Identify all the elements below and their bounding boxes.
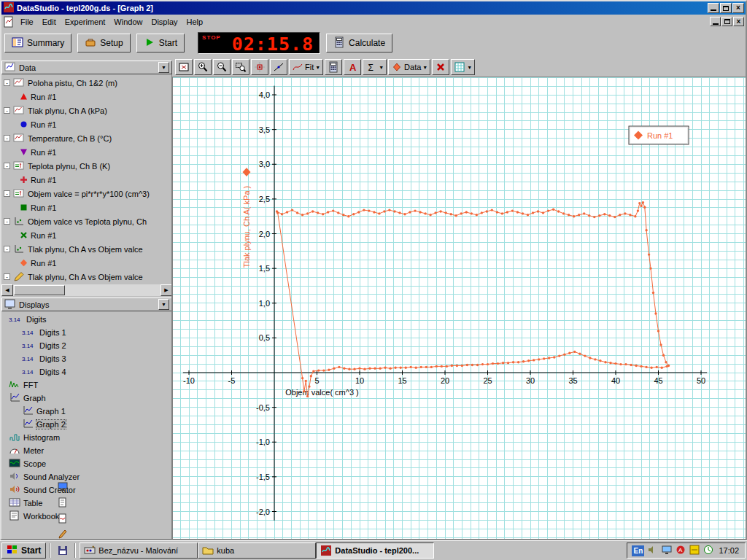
- display-item[interactable]: Workbook: [1, 510, 172, 523]
- zoom-in-button[interactable]: [194, 59, 212, 75]
- display-item[interactable]: Sound Analyzer: [1, 470, 172, 483]
- task-button-3[interactable]: DataStudio - tepl200...: [316, 542, 434, 559]
- mdi-minimize-button[interactable]: [710, 17, 721, 26]
- data-source-item[interactable]: -Objem valce vs Teplota plynu, Ch: [1, 214, 172, 228]
- display-subitem[interactable]: 3.14Digits 1: [1, 326, 172, 339]
- display-subitem[interactable]: 3.14Digits 3: [1, 352, 172, 365]
- menu-window[interactable]: Window: [109, 16, 147, 28]
- run-item[interactable]: Run #1: [1, 256, 172, 270]
- restore-button[interactable]: [720, 3, 732, 13]
- graph-settings-menu-button[interactable]: ▼: [451, 59, 475, 75]
- data-panel-menu-button[interactable]: ▼: [158, 62, 169, 73]
- menu-edit[interactable]: Edit: [38, 16, 61, 28]
- expand-toggle[interactable]: -: [4, 273, 10, 280]
- quick-launch-3[interactable]: [55, 510, 71, 526]
- start-menu-button[interactable]: Start: [1, 542, 46, 559]
- scale-to-fit-button[interactable]: [175, 59, 193, 75]
- display-item[interactable]: Graph: [1, 392, 172, 405]
- expand-toggle[interactable]: -: [4, 163, 10, 169]
- fit-menu-button[interactable]: Fit▼: [289, 59, 323, 75]
- display-item[interactable]: Scope: [1, 457, 172, 470]
- display-subitem[interactable]: Graph 2: [1, 418, 172, 431]
- summary-button[interactable]: Summary: [4, 34, 71, 52]
- expand-toggle[interactable]: -: [4, 135, 10, 141]
- zoom-out-button[interactable]: [213, 59, 231, 75]
- display-item[interactable]: 3.14Digits: [1, 313, 172, 326]
- tray1-icon[interactable]: [647, 544, 659, 557]
- data-menu-button[interactable]: Data▼: [388, 59, 430, 75]
- display-subitem[interactable]: 3.14Digits 2: [1, 339, 172, 352]
- scrollbar-thumb[interactable]: [14, 285, 65, 295]
- y-axis-label[interactable]: Tlak plynu, Ch A( kPa ): [242, 186, 251, 268]
- mdi-restore-button[interactable]: [721, 17, 732, 26]
- quick-launch-4[interactable]: [55, 526, 71, 542]
- display-subitem[interactable]: 3.14Digits 4: [1, 365, 172, 378]
- run-item[interactable]: Run #1: [1, 90, 172, 104]
- quick-launch-5[interactable]: [55, 542, 71, 559]
- close-button[interactable]: ×: [732, 3, 744, 13]
- expand-toggle[interactable]: -: [4, 218, 10, 225]
- start-button[interactable]: Start: [136, 34, 185, 52]
- slope-tool-button[interactable]: [270, 59, 287, 75]
- setup-button[interactable]: Setup: [77, 34, 130, 52]
- display-item[interactable]: Meter: [1, 444, 172, 457]
- data-tree-hscrollbar[interactable]: ◀ ▶: [1, 284, 172, 296]
- data-source-item[interactable]: -Tlak plynu, Ch A vs Objem valce: [1, 270, 172, 284]
- display-subitem[interactable]: Graph 1: [1, 405, 172, 418]
- quick-launch-2[interactable]: [55, 494, 71, 510]
- legend[interactable]: Run #1: [629, 126, 689, 144]
- data-source-item[interactable]: -Temperature, Ch B (°C): [1, 131, 172, 145]
- display-item[interactable]: FFT: [1, 378, 172, 392]
- menu-help[interactable]: Help: [182, 16, 208, 28]
- data-source-item[interactable]: -Tlak plynu, Ch A (kPa): [1, 104, 172, 117]
- data-source-item[interactable]: -Poloha pistu, Ch 1&2 (m): [1, 76, 172, 90]
- run-item[interactable]: Run #1: [1, 173, 172, 187]
- task-button-1[interactable]: Bez_názvu - Malování: [80, 542, 198, 559]
- expand-toggle[interactable]: -: [4, 79, 10, 86]
- tray4-icon[interactable]: [689, 544, 700, 557]
- run-item[interactable]: Run #1: [1, 145, 172, 159]
- tray2-icon[interactable]: [661, 544, 673, 557]
- zoom-select-button[interactable]: [232, 59, 249, 75]
- graph-display-area[interactable]: -10-551015202530354045504,03,53,02,52,01…: [172, 77, 746, 539]
- text-tool-button[interactable]: A: [344, 59, 361, 75]
- tray5-icon[interactable]: [703, 544, 714, 557]
- title-bar[interactable]: DataStudio - tepl200g.ds - [Graph 2] ×: [1, 1, 746, 15]
- menu-experiment[interactable]: Experiment: [61, 16, 110, 28]
- mdi-close-button[interactable]: ×: [733, 17, 744, 26]
- x-axis-label[interactable]: Objem valce( cm^3 ): [285, 388, 359, 397]
- expand-toggle[interactable]: -: [4, 107, 10, 114]
- data-source-item[interactable]: -Teplota plynu, Ch B (K): [1, 159, 172, 173]
- displays-panel-menu-button[interactable]: ▼: [158, 299, 169, 310]
- data-source-item[interactable]: -Tlak plynu, Ch A vs Objem valce: [1, 242, 172, 256]
- series-run1[interactable]: [276, 201, 670, 397]
- smart-tool-button[interactable]: [251, 59, 268, 75]
- data-source-item[interactable]: -Objem valce = pi*r*r*y*100 (cm^3): [1, 187, 172, 201]
- language-indicator[interactable]: En: [632, 545, 644, 556]
- minimize-button[interactable]: [708, 3, 719, 13]
- statistics-menu-button[interactable]: Σ▼: [363, 59, 387, 75]
- smart-tool-icon: [254, 61, 266, 73]
- delete-tool-button[interactable]: [432, 59, 449, 75]
- x-tick-label: 15: [398, 376, 406, 385]
- chart-plot[interactable]: -10-551015202530354045504,03,53,02,52,01…: [173, 77, 746, 539]
- expand-toggle[interactable]: -: [4, 246, 10, 252]
- tray3-icon[interactable]: A: [675, 544, 686, 557]
- run-item[interactable]: Run #1: [1, 117, 172, 131]
- scroll-right-button[interactable]: ▶: [160, 284, 172, 296]
- calculate-button[interactable]: Calculate: [326, 34, 392, 52]
- display-item[interactable]: Histogram: [1, 431, 172, 444]
- menu-file[interactable]: File: [16, 16, 38, 28]
- display-item[interactable]: Sound Creator: [1, 483, 172, 497]
- run-item[interactable]: Run #1: [1, 228, 172, 242]
- scroll-left-button[interactable]: ◀: [1, 284, 13, 296]
- display-item[interactable]: Table: [1, 497, 172, 510]
- quick-launch-1[interactable]: [55, 478, 71, 494]
- task-button-2[interactable]: kuba: [198, 542, 316, 559]
- calculator-tool-button[interactable]: [325, 59, 342, 75]
- menu-display[interactable]: Display: [147, 16, 182, 28]
- run-item[interactable]: Run #1: [1, 201, 172, 214]
- expand-toggle[interactable]: -: [4, 190, 10, 197]
- calculator-icon: [333, 36, 345, 48]
- zoom-out-icon: [216, 61, 228, 73]
